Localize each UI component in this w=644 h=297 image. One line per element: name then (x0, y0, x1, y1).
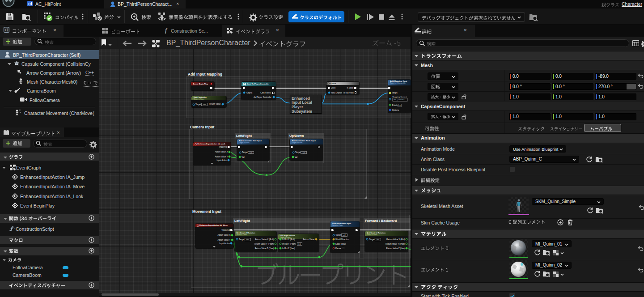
svg-text:?: ? (328, 83, 329, 85)
svg-text:C: C (28, 2, 31, 6)
svg-text:C: C (5, 28, 8, 32)
